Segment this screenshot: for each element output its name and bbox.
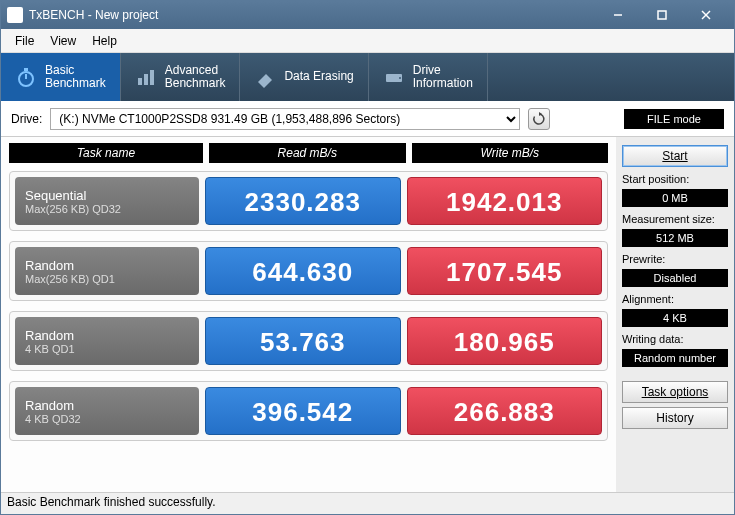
app-icon (7, 7, 23, 23)
alignment-label: Alignment: (622, 293, 728, 305)
refresh-button[interactable] (528, 108, 550, 130)
bars-icon (135, 66, 157, 88)
svg-rect-9 (150, 70, 154, 85)
menubar: File View Help (1, 29, 734, 53)
svg-point-12 (399, 77, 401, 79)
menu-view[interactable]: View (42, 32, 84, 50)
read-value: 2330.283 (205, 177, 401, 225)
task-row: RandomMax(256 KB) QD1 644.630 1707.545 (9, 241, 608, 301)
tab-label: Data Erasing (284, 70, 353, 83)
start-position-label: Start position: (622, 173, 728, 185)
minimize-button[interactable] (596, 1, 640, 29)
drive-select[interactable]: (K:) NVMe CT1000P2SSD8 931.49 GB (1,953,… (50, 108, 520, 130)
side-panel: Start Start position: 0 MB Measurement s… (616, 137, 734, 492)
window-title: TxBENCH - New project (29, 8, 596, 22)
read-value: 53.763 (205, 317, 401, 365)
header-write: Write mB/s (412, 143, 609, 163)
task-name-cell[interactable]: RandomMax(256 KB) QD1 (15, 247, 199, 295)
file-mode-button[interactable]: FILE mode (624, 109, 724, 129)
app-window: TxBENCH - New project File View Help Bas… (0, 0, 735, 515)
main-tabs: Basic Benchmark Advanced Benchmark Data … (1, 53, 734, 101)
menu-file[interactable]: File (7, 32, 42, 50)
task-name-cell[interactable]: SequentialMax(256 KB) QD32 (15, 177, 199, 225)
titlebar: TxBENCH - New project (1, 1, 734, 29)
alignment-value[interactable]: 4 KB (622, 309, 728, 327)
measurement-size-value[interactable]: 512 MB (622, 229, 728, 247)
read-value: 644.630 (205, 247, 401, 295)
svg-rect-1 (658, 11, 666, 19)
task-row: Random4 KB QD1 53.763 180.965 (9, 311, 608, 371)
svg-marker-10 (258, 74, 272, 88)
stopwatch-icon (15, 66, 37, 88)
content-area: Task name Read mB/s Write mB/s Sequentia… (1, 137, 734, 492)
write-value: 180.965 (407, 317, 603, 365)
svg-rect-8 (144, 74, 148, 85)
start-position-value[interactable]: 0 MB (622, 189, 728, 207)
prewrite-value[interactable]: Disabled (622, 269, 728, 287)
results-panel: Task name Read mB/s Write mB/s Sequentia… (1, 137, 616, 492)
refresh-icon (532, 112, 546, 126)
close-button[interactable] (684, 1, 728, 29)
task-name-cell[interactable]: Random4 KB QD32 (15, 387, 199, 435)
tab-basic-benchmark[interactable]: Basic Benchmark (1, 53, 121, 101)
drive-icon (383, 66, 405, 88)
svg-rect-7 (138, 78, 142, 85)
read-value: 396.542 (205, 387, 401, 435)
header-task: Task name (9, 143, 203, 163)
task-options-button[interactable]: Task options (622, 381, 728, 403)
task-row: SequentialMax(256 KB) QD32 2330.283 1942… (9, 171, 608, 231)
write-value: 1707.545 (407, 247, 603, 295)
tab-advanced-benchmark[interactable]: Advanced Benchmark (121, 53, 241, 101)
tab-label: Advanced Benchmark (165, 64, 226, 90)
prewrite-label: Prewrite: (622, 253, 728, 265)
tab-drive-information[interactable]: Drive Information (369, 53, 488, 101)
tab-data-erasing[interactable]: Data Erasing (240, 53, 368, 101)
history-button[interactable]: History (622, 407, 728, 429)
menu-help[interactable]: Help (84, 32, 125, 50)
drive-bar: Drive: (K:) NVMe CT1000P2SSD8 931.49 GB … (1, 101, 734, 137)
column-headers: Task name Read mB/s Write mB/s (9, 143, 608, 163)
drive-label: Drive: (11, 112, 42, 126)
maximize-button[interactable] (640, 1, 684, 29)
task-name-cell[interactable]: Random4 KB QD1 (15, 317, 199, 365)
tab-label: Basic Benchmark (45, 64, 106, 90)
writing-data-value[interactable]: Random number (622, 349, 728, 367)
writing-data-label: Writing data: (622, 333, 728, 345)
eraser-icon (254, 66, 276, 88)
tab-label: Drive Information (413, 64, 473, 90)
write-value: 1942.013 (407, 177, 603, 225)
header-read: Read mB/s (209, 143, 406, 163)
status-bar: Basic Benchmark finished successfully. (1, 492, 734, 514)
measurement-size-label: Measurement size: (622, 213, 728, 225)
svg-rect-6 (24, 68, 28, 71)
write-value: 266.883 (407, 387, 603, 435)
start-button[interactable]: Start (622, 145, 728, 167)
task-row: Random4 KB QD32 396.542 266.883 (9, 381, 608, 441)
